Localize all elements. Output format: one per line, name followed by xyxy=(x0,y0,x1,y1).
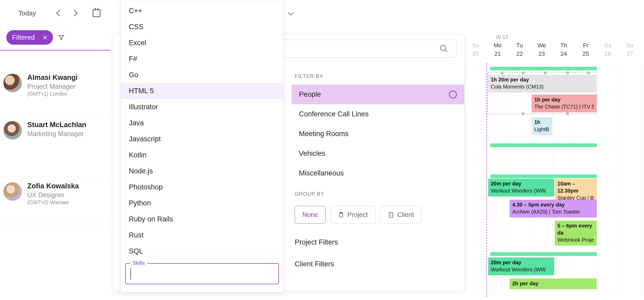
svg-point-0 xyxy=(440,45,446,50)
calendar-icon[interactable] xyxy=(93,9,101,17)
day-number: 24 xyxy=(553,50,575,57)
event-title: WebHook Proje xyxy=(557,236,594,244)
skill-option[interactable]: C++ xyxy=(121,3,283,19)
skill-option[interactable]: Illustrator xyxy=(121,99,283,115)
event-title: Workout Wonders (WW xyxy=(491,187,552,194)
day-header: Th 24 xyxy=(553,42,575,57)
filterby-item-vehicles[interactable]: Vehicles xyxy=(292,144,464,163)
filterby-item-conference[interactable]: Conference Call Lines xyxy=(292,104,464,124)
timeline: W 12 Su 20 Mo 21 Tu 22 We 23 Th 24 Fr 25… xyxy=(464,34,644,297)
avatar xyxy=(3,74,22,92)
filter-icon[interactable] xyxy=(58,34,65,41)
skill-option[interactable]: Javascript xyxy=(121,131,283,147)
event-time: 1h xyxy=(534,119,550,126)
event-block[interactable]: 20m per day Workout Wonders (WW xyxy=(488,257,554,275)
skill-option[interactable]: CSS xyxy=(121,19,283,35)
prev-period-button[interactable] xyxy=(56,10,62,16)
filterby-item-misc[interactable]: Miscellaneous xyxy=(292,163,464,183)
skill-option[interactable]: Ruby on Rails xyxy=(121,211,283,227)
skills-dropdown: C++ CSS Excel F# Go HTML 5 Illustrator J… xyxy=(121,0,283,292)
svg-rect-3 xyxy=(389,213,393,217)
day-of-week: Tu xyxy=(509,42,531,49)
person-row[interactable]: Zofia Kowalska UX Designer (GMT+2) Warsa… xyxy=(0,177,110,224)
groupby-label: Project xyxy=(347,211,368,219)
groupby-none-button[interactable]: None xyxy=(295,206,326,224)
filtered-pill[interactable]: Filtered × xyxy=(6,30,53,45)
event-title: Cola Moments (CM13) xyxy=(491,83,593,90)
date-nav xyxy=(57,11,77,15)
skill-option[interactable]: Node.js xyxy=(121,163,283,179)
event-title: The Chase (TC71) | ITV St xyxy=(534,103,594,110)
filterby-item-people[interactable]: People xyxy=(292,85,464,104)
skill-option[interactable]: Photoshop xyxy=(121,179,283,195)
groupby-label: Client xyxy=(397,211,414,219)
day-number: 27 xyxy=(619,50,641,57)
event-time: 4.30 – 5pm every day xyxy=(512,201,594,208)
skill-option[interactable]: Excel xyxy=(121,35,283,51)
filterby-item-label: Vehicles xyxy=(299,149,325,158)
filterby-item-meeting-rooms[interactable]: Meeting Rooms xyxy=(292,124,464,144)
person-name: Zofia Kowalska xyxy=(27,182,79,190)
skills-input-label: Skills xyxy=(130,260,147,266)
timeline-grid[interactable]: 1h 20m per day Cola Moments (CM13) 1h pe… xyxy=(464,63,644,297)
skill-option[interactable]: HTML 5 xyxy=(121,83,283,99)
person-name: Stuart McLachlan xyxy=(27,121,86,129)
skill-option[interactable]: Python xyxy=(121,195,283,211)
skill-option[interactable]: Java xyxy=(121,115,283,131)
next-period-button[interactable] xyxy=(71,10,78,16)
event-block[interactable]: 1h LightBlu xyxy=(532,117,552,135)
event-block[interactable]: 4.30 – 5pm every day Archive (AX29) | To… xyxy=(510,200,597,218)
project-filters-link[interactable]: Project Filters xyxy=(292,231,464,253)
person-role: Project Manager xyxy=(27,83,78,90)
person-name: Almasi Kwangi xyxy=(27,74,78,82)
day-header: Su 20 xyxy=(464,42,487,57)
groupby-row: None Project Client xyxy=(292,202,464,231)
event-block[interactable]: 5 – 6pm every da WebHook Proje xyxy=(555,221,597,246)
skills-input[interactable] xyxy=(125,263,279,284)
groupby-project-button[interactable]: Project xyxy=(330,206,376,224)
day-number: 23 xyxy=(531,50,553,57)
skill-option[interactable]: Go xyxy=(121,67,283,83)
today-button[interactable]: Today xyxy=(5,7,49,20)
day-header: Su 27 xyxy=(619,42,641,57)
week-label: W 12 xyxy=(496,34,508,40)
event-title: LightBlu xyxy=(534,126,550,133)
person-row[interactable]: Stuart McLachlan Marketing Manager xyxy=(0,116,110,177)
event-block[interactable]: 20m per day Workout Wonders (WW xyxy=(488,179,554,196)
groupby-client-button[interactable]: Client xyxy=(380,206,422,224)
skill-option[interactable]: Kotlin xyxy=(121,147,283,163)
groupby-heading: GROUP BY xyxy=(292,183,464,202)
avatar xyxy=(3,121,22,140)
day-of-week: Sa xyxy=(597,42,619,49)
skill-option[interactable]: SQL xyxy=(121,243,283,255)
event-block[interactable]: 2h per day xyxy=(510,278,597,289)
skill-option[interactable]: Rust xyxy=(121,227,283,243)
client-filters-link[interactable]: Client Filters xyxy=(292,253,464,275)
filterby-heading: FILTER BY xyxy=(292,65,464,85)
top-toolbar: Today xyxy=(0,0,644,26)
building-icon xyxy=(388,212,394,218)
day-of-week: Mo xyxy=(487,42,509,49)
event-time: 10am – 12.30pm xyxy=(557,180,594,194)
event-title: Archive (AX29) | Tom Toaster xyxy=(512,208,594,215)
event-title: Workout Wonders (WW xyxy=(491,266,552,273)
event-block[interactable]: 1h per day The Chase (TC71) | ITV St xyxy=(532,95,597,112)
clear-filter-icon[interactable]: × xyxy=(43,34,47,42)
day-number: 21 xyxy=(487,50,509,57)
people-list: Almasi Kwangi Project Manager (GMT+1) Lo… xyxy=(0,68,110,224)
day-header: Sa 26 xyxy=(597,42,619,57)
event-block[interactable]: 1h 20m per day Cola Moments (CM13) xyxy=(488,75,596,92)
person-row[interactable]: Almasi Kwangi Project Manager (GMT+1) Lo… xyxy=(0,68,110,116)
person-role: UX Designer xyxy=(27,191,79,199)
day-of-week: Su xyxy=(619,42,641,49)
day-number: 25 xyxy=(575,50,597,57)
skills-option-list: C++ CSS Excel F# Go HTML 5 Illustrator J… xyxy=(121,0,283,255)
filterby-item-label: Miscellaneous xyxy=(299,169,344,177)
filterby-item-label: Conference Call Lines xyxy=(299,110,369,118)
filterby-item-label: People xyxy=(299,90,321,99)
avatar xyxy=(3,182,22,201)
day-of-week: Su xyxy=(464,42,487,49)
event-time: 1h per day xyxy=(534,96,594,103)
skill-option[interactable]: F# xyxy=(121,51,283,67)
clipboard-icon xyxy=(338,212,344,218)
